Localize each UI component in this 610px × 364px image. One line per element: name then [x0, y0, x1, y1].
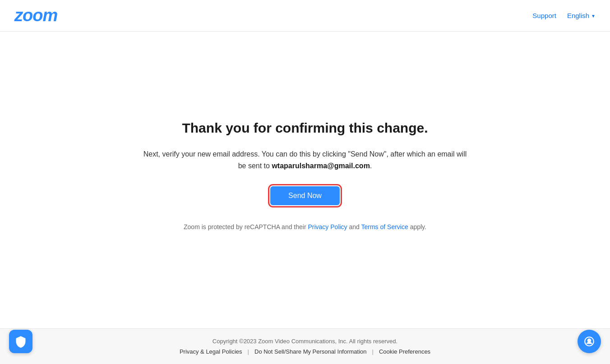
zoom-logo[interactable]: zoom: [14, 6, 57, 25]
language-selector[interactable]: English ▼: [567, 12, 596, 19]
and-text: and: [347, 223, 361, 230]
apply-text: apply.: [408, 223, 426, 230]
privacy-legal-link[interactable]: Privacy & Legal Policies: [180, 348, 242, 355]
description-text: Next, verify your new email address. You…: [143, 148, 467, 171]
send-now-button[interactable]: Send Now: [270, 186, 340, 205]
svg-point-0: [587, 339, 592, 343]
footer-separator-1: |: [248, 348, 249, 355]
description-part2: .: [370, 162, 372, 170]
page-title: Thank you for confirming this change.: [182, 120, 428, 136]
shield-icon: [14, 335, 27, 348]
footer-links: Privacy & Legal Policies | Do Not Sell/S…: [14, 348, 596, 355]
terms-of-service-link[interactable]: Terms of Service: [361, 223, 408, 230]
recaptcha-notice: Zoom is protected by reCAPTCHA and their…: [184, 223, 426, 230]
recaptcha-text: Zoom is protected by reCAPTCHA and their: [184, 223, 308, 230]
header: zoom Support English ▼: [0, 0, 610, 32]
footer: Copyright ©2023 Zoom Video Communication…: [0, 328, 610, 364]
main-content: Thank you for confirming this change. Ne…: [0, 32, 610, 328]
do-not-sell-link[interactable]: Do Not Sell/Share My Personal Informatio…: [254, 348, 367, 355]
chat-icon: [583, 336, 595, 347]
chat-widget[interactable]: [578, 330, 601, 353]
footer-copyright: Copyright ©2023 Zoom Video Communication…: [14, 338, 596, 345]
shield-widget[interactable]: [9, 330, 32, 353]
footer-separator-2: |: [372, 348, 374, 355]
header-nav: Support English ▼: [532, 12, 596, 19]
chevron-down-icon: ▼: [591, 14, 596, 18]
email-address: wtaparulsharma@gmail.com: [272, 162, 370, 170]
support-link[interactable]: Support: [532, 12, 556, 19]
cookie-preferences-link[interactable]: Cookie Preferences: [379, 348, 430, 355]
language-label: English: [567, 12, 589, 19]
privacy-policy-link[interactable]: Privacy Policy: [308, 223, 347, 230]
